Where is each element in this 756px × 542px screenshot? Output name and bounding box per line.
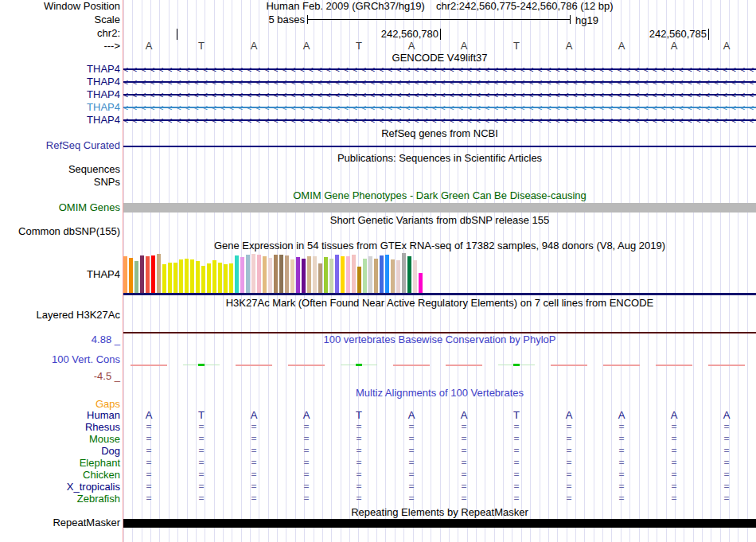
gtex-tissue-bar-9[interactable] [168,263,172,293]
gtex-tissue-bar-36[interactable] [318,263,322,293]
label-sequences[interactable]: Sequences [0,164,120,175]
gtex-tissue-bar-26[interactable] [263,256,267,293]
label-species-xtropicalis[interactable]: X_tropicalis [0,482,120,493]
gtex-tissue-bar-10[interactable] [173,263,177,293]
gtex-tissue-bar-25[interactable] [257,255,261,293]
gtex-tissue-bar-53[interactable] [413,260,417,293]
label-species-chicken[interactable]: Chicken [0,470,120,481]
gtex-tissue-bar-39[interactable] [335,255,339,293]
label-species-zebrafish[interactable]: Zebrafish [0,493,120,505]
gtex-tissue-bar-49[interactable] [391,259,395,293]
gtex-tissue-bar-27[interactable] [268,258,272,293]
multiz-eq-r1-b4: = [298,422,315,432]
gtex-tissue-bar-47[interactable] [380,255,384,293]
gtex-tissue-bar-15[interactable] [201,266,205,293]
gene-transcript-3[interactable]: <<<<<<<<<<<<<<<<<<<<<<<<<<<<<<<<<<<<<<<<… [123,90,756,100]
label-gene-thap4-4[interactable]: THAP4 [0,102,120,113]
gtex-tissue-bar-16[interactable] [207,263,211,293]
gene-transcript-4[interactable]: <<<<<<<<<<<<<<<<<<<<<<<<<<<<<<<<<<<<<<<<… [123,103,756,113]
gene-transcript-5[interactable]: <<<<<<<<<<<<<<<<<<<<<<<<<<<<<<<<<<<<<<<<… [123,115,756,126]
gtex-tissue-bar-19[interactable] [224,264,228,293]
label-layered-h3k27ac[interactable]: Layered H3K27Ac [0,310,120,321]
gtex-tissue-bar-24[interactable] [251,254,255,293]
label-gene-thap4-2[interactable]: THAP4 [0,76,120,88]
label-species-dog[interactable]: Dog [0,446,120,457]
gtex-tissue-bar-29[interactable] [279,255,283,293]
gtex-tissue-bar-11[interactable] [179,259,183,293]
gtex-tissue-bar-23[interactable] [246,255,250,293]
gtex-tissue-bar-34[interactable] [307,256,311,293]
multiz-human-base-11: A [665,410,683,420]
multiz-eq-r3-b3: = [245,446,263,456]
gtex-tissue-bar-52[interactable] [407,256,411,293]
multiz-eq-r3-b4: = [298,446,315,456]
gtex-tissue-bar-13[interactable] [190,259,194,293]
gene-transcript-1[interactable]: <<<<<<<<<<<<<<<<<<<<<<<<<<<<<<<<<<<<<<<<… [123,64,756,75]
multiz-eq-r7-b5: = [350,493,368,504]
gtex-tissue-bar-2[interactable] [129,258,133,293]
gtex-tissue-bar-50[interactable] [396,260,400,293]
gtex-tissue-bar-14[interactable] [196,261,200,293]
gtex-tissue-bar-3[interactable] [134,261,138,293]
gtex-tissue-bar-44[interactable] [363,259,367,293]
gtex-tissue-bar-45[interactable] [368,256,372,293]
gtex-tissue-bar-22[interactable] [240,257,244,293]
repeatmasker-bar[interactable] [123,519,756,528]
gtex-tissue-bar-35[interactable] [313,256,317,293]
gtex-tissue-bar-41[interactable] [346,256,350,293]
phylop-title: 100 vertebrates Basewise Conservation by… [123,334,756,345]
label-gene-thap4-5[interactable]: THAP4 [0,115,120,126]
omim-genes-bar[interactable] [123,203,756,213]
multiz-human-base-4: A [298,410,315,420]
gtex-tissue-bar-51[interactable] [402,253,406,293]
multiz-eq-r1-b7: = [455,422,473,432]
label-species-rhesus[interactable]: Rhesus [0,422,120,433]
dbsnp-title: Short Genetic Variants from dbSNP releas… [123,215,756,225]
gtex-tissue-bar-32[interactable] [296,257,300,293]
gtex-tissue-bar-30[interactable] [285,255,289,293]
gtex-tissue-bar-48[interactable] [385,255,389,293]
gtex-tissue-bar-46[interactable] [374,259,378,293]
gtex-tissue-bar-20[interactable] [229,263,233,293]
gtex-tissue-bar-1[interactable] [123,256,127,293]
gtex-tissue-bar-17[interactable] [212,260,216,293]
label-species-elephant[interactable]: Elephant [0,458,120,469]
multiz-eq-r2-b4: = [298,434,315,444]
gene-direction-arrows-1: <<<<<<<<<<<<<<<<<<<<<<<<<<<<<<<<<<<<<<<<… [123,64,756,75]
gtex-tissue-bar-21[interactable] [235,255,239,293]
gtex-tissue-bar-5[interactable] [146,256,150,293]
refseq-curated-line[interactable] [123,146,756,147]
gtex-tissue-bar-31[interactable] [290,259,294,293]
label-species-gaps[interactable]: Gaps [0,399,120,410]
gtex-tissue-bar-7[interactable] [157,254,161,293]
label-vert-cons[interactable]: 100 Vert. Cons [0,354,120,365]
gtex-tissue-bar-8[interactable] [162,264,166,293]
gtex-tissue-bar-6[interactable] [151,255,155,293]
label-gene-thap4-1[interactable]: THAP4 [0,64,120,75]
gtex-tissue-bar-38[interactable] [329,259,333,293]
multiz-eq-r6-b11: = [665,482,683,492]
gtex-tissue-bar-42[interactable] [352,255,356,293]
multiz-eq-r5-b2: = [193,470,210,480]
label-species-human[interactable]: Human [0,410,120,421]
label-omim-genes[interactable]: OMIM Genes [0,202,120,213]
gtex-tissue-bar-18[interactable] [218,263,222,293]
gtex-tissue-bar-4[interactable] [140,255,144,293]
gtex-tissue-bar-33[interactable] [302,259,306,293]
gtex-tissue-bar-12[interactable] [185,259,189,293]
gene-transcript-2[interactable]: <<<<<<<<<<<<<<<<<<<<<<<<<<<<<<<<<<<<<<<<… [123,77,756,88]
gtex-tissue-bar-40[interactable] [341,256,345,293]
gtex-tissue-bar-28[interactable] [274,255,278,293]
gtex-bar-chart[interactable] [123,253,424,293]
label-refseq-curated[interactable]: RefSeq Curated [0,140,120,151]
gtex-tissue-bar-37[interactable] [324,257,328,293]
label-common-dbsnp[interactable]: Common dbSNP(155) [0,226,120,237]
label-gene-thap4-3[interactable]: THAP4 [0,89,120,100]
label-snps[interactable]: SNPs [0,177,120,188]
label-species-mouse[interactable]: Mouse [0,434,120,445]
gtex-tissue-bar-43[interactable] [357,267,361,293]
label-repeatmasker[interactable]: RepeatMasker [0,517,120,528]
gtex-tissue-bar-54[interactable] [419,273,423,293]
phylop-mark-12 [708,365,745,366]
label-gtex-gene-thap4[interactable]: THAP4 [0,269,120,280]
